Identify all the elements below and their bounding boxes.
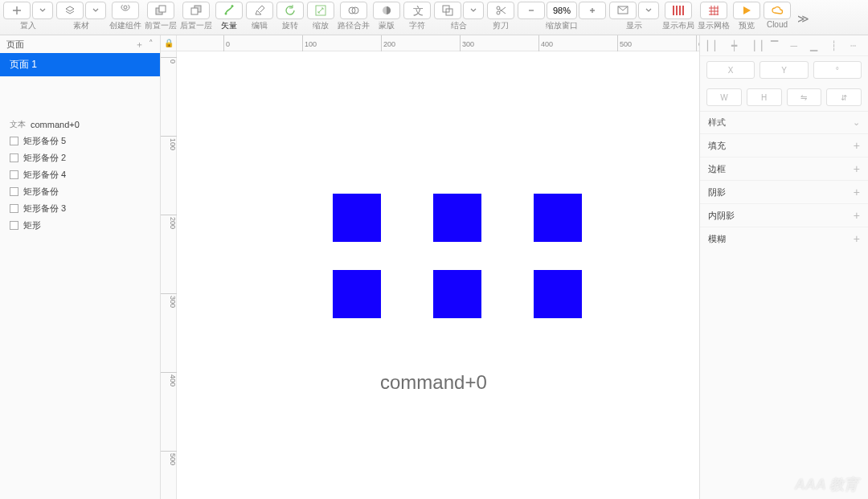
zoom-in-button[interactable] [579, 2, 606, 19]
layer-row[interactable]: 文本command+0 [0, 117, 160, 133]
ruler-vertical[interactable]: 0100200300400500600 [161, 51, 177, 499]
ruler-v-tick: 200 [161, 215, 177, 229]
distribute-v-icon[interactable]: ┄ [847, 40, 860, 51]
layer-name: 矩形备份 5 [23, 135, 66, 147]
align-center-v-icon[interactable]: ─ [788, 40, 800, 51]
display-button[interactable] [609, 2, 637, 19]
ruler-v-tick: 400 [161, 372, 177, 387]
chev-down-button[interactable] [463, 2, 484, 19]
layer-row[interactable]: 矩形备份 2 [0, 149, 160, 166]
layer-row[interactable]: 矩形备份 4 [0, 166, 160, 183]
style-section[interactable]: 阴影+ [700, 180, 868, 203]
canvas-rect[interactable] [534, 194, 582, 242]
canvas-rect[interactable] [333, 194, 381, 242]
cloud-button[interactable] [764, 2, 791, 19]
rect-layer-icon [10, 187, 18, 196]
send-backward-button[interactable] [182, 2, 210, 19]
styles-header[interactable]: 样式 ⌄ [700, 111, 868, 133]
main-area: 页面 ＋ ˄ 页面 1 文本command+0矩形备份 5矩形备份 2矩形备份 … [0, 35, 868, 499]
scale-button[interactable] [307, 2, 334, 19]
show-grid-button[interactable] [700, 2, 727, 19]
ruler-h-tick: 600 [696, 35, 699, 51]
plus-button[interactable] [3, 2, 31, 19]
toolbar-label: Cloud [767, 20, 788, 29]
style-section[interactable]: 模糊+ [700, 227, 868, 250]
char-button[interactable]: 文 [403, 2, 431, 19]
edit-button[interactable] [246, 2, 273, 19]
mask-button[interactable] [373, 2, 400, 19]
layers-button[interactable] [56, 2, 84, 19]
toolbar-label: 素材 [73, 20, 89, 31]
collapse-pages-icon[interactable]: ˄ [149, 39, 154, 51]
canvas-text[interactable]: command+0 [380, 371, 487, 394]
add-style-icon[interactable]: + [854, 139, 860, 152]
flip-v-icon[interactable]: ⇵ [826, 88, 862, 106]
toolbar-group: 显示布局 [662, 2, 694, 31]
ruler-lock-icon[interactable]: 🔒 [161, 35, 177, 51]
layer-row[interactable]: 矩形备份 [0, 183, 160, 200]
align-top-icon[interactable]: ▔ [768, 40, 780, 51]
canvas-rect[interactable] [433, 270, 481, 318]
svg-rect-3 [191, 8, 198, 14]
canvas-rect[interactable] [534, 270, 582, 318]
ruler-h-tick: 400 [538, 35, 553, 51]
w-input[interactable]: W [706, 88, 742, 106]
style-section[interactable]: 内阴影+ [700, 203, 868, 227]
align-left-icon[interactable]: ▏▏ [708, 40, 721, 51]
layer-row[interactable]: 矩形 [0, 217, 160, 234]
add-page-icon[interactable]: ＋ [135, 39, 144, 51]
rect-layer-icon [10, 221, 18, 230]
toolbar-group: 缩放 [307, 2, 334, 31]
flip-h-icon[interactable]: ⇋ [787, 88, 822, 106]
toolbar-group: 98%缩放窗口 [518, 2, 606, 31]
style-section[interactable]: 边框+ [700, 157, 868, 180]
ruler-h-tick: 500 [617, 35, 632, 51]
angle-input[interactable]: ° [813, 61, 862, 79]
zoom-value[interactable]: 98% [547, 2, 577, 19]
create-symbol-button[interactable] [112, 2, 139, 19]
toolbar-label: 预览 [739, 20, 755, 31]
add-style-icon[interactable]: + [854, 186, 860, 198]
align-right-icon[interactable]: ▕▕ [748, 40, 761, 51]
zoom-out-button[interactable] [518, 2, 545, 19]
align-center-h-icon[interactable]: ┿ [728, 40, 741, 51]
toolbar-group: 创建组件 [109, 2, 141, 31]
chev-down-button[interactable] [32, 2, 53, 19]
add-style-icon[interactable]: + [854, 209, 860, 222]
layer-row[interactable]: 矩形备份 3 [0, 200, 160, 217]
layer-name: 矩形备份 3 [23, 202, 66, 215]
distribute-h-icon[interactable]: ┆ [827, 40, 840, 51]
rotate-button[interactable] [276, 2, 304, 19]
layer-row[interactable]: 矩形备份 5 [0, 133, 160, 149]
canvas-rect[interactable] [333, 270, 381, 318]
h-input[interactable]: H [747, 88, 782, 106]
add-style-icon[interactable]: + [854, 232, 860, 245]
toolbar-label: 蒙版 [379, 20, 395, 31]
toolbar-group: 置入 [3, 2, 53, 31]
bring-forward-button[interactable] [147, 2, 174, 19]
toolbar-label: 编辑 [252, 20, 268, 31]
ruler-horizontal[interactable]: 0100200300400500600 [177, 35, 699, 51]
toolbar-overflow-icon[interactable]: ≫ [794, 12, 813, 25]
y-input[interactable]: Y [760, 61, 808, 79]
svg-point-4 [225, 13, 227, 15]
x-input[interactable]: X [706, 61, 755, 79]
chev-down-button[interactable] [638, 2, 659, 19]
toolbar-label: 结合 [451, 20, 467, 31]
canvas-rect[interactable] [433, 194, 481, 242]
style-sections: 填充+边框+阴影+内阴影+模糊+ [700, 133, 868, 250]
group-button[interactable] [434, 2, 461, 19]
preview-button[interactable] [733, 2, 760, 19]
show-layout-button[interactable] [665, 2, 692, 19]
pages-label: 页面 [6, 39, 24, 51]
add-style-icon[interactable]: + [854, 162, 860, 175]
path-combine-button[interactable] [340, 2, 367, 19]
vector-button[interactable] [215, 2, 243, 19]
chev-down-button[interactable] [85, 2, 106, 19]
scissors-button[interactable] [487, 2, 514, 19]
main-toolbar: 置入素材创建组件前置一层后置一层矢量编辑旋转缩放路径合并蒙版文字符结合剪刀98%… [0, 0, 868, 35]
page-item-active[interactable]: 页面 1 [0, 53, 160, 76]
style-section[interactable]: 填充+ [700, 133, 868, 157]
canvas[interactable]: command+0 [177, 51, 699, 499]
align-bottom-icon[interactable]: ▁ [807, 40, 820, 51]
